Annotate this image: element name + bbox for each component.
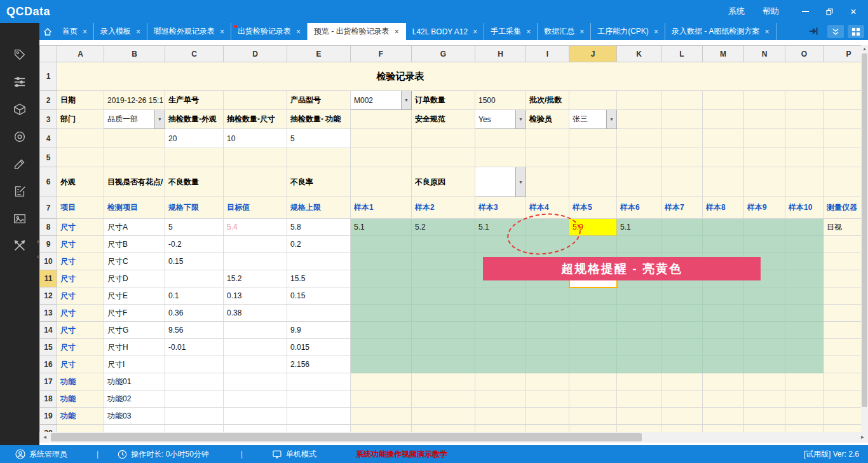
cell-G10[interactable] [412,253,475,270]
row-header-4[interactable]: 4 [40,129,57,148]
cell-N16[interactable] [744,356,785,373]
cell-C14[interactable]: 9.56 [165,322,224,339]
cell-J18[interactable] [569,390,617,408]
cell-I15[interactable] [526,339,569,356]
cell-B5[interactable] [104,148,165,167]
cell-M17[interactable] [703,373,744,390]
cell-N2[interactable] [744,91,785,110]
cell-H3[interactable]: Yes▼ [475,110,526,129]
cell-K8[interactable]: 5.1 [617,219,661,236]
cell-I12[interactable] [526,287,569,305]
cell-J7[interactable]: 样本5 [569,197,617,219]
column-header-I[interactable]: I [526,46,569,62]
cell-L14[interactable] [661,322,703,339]
panel-collapse-arrow-icon[interactable]: ‹ [37,253,39,259]
row-header-9[interactable]: 9 [40,236,57,253]
cell-E16[interactable]: 2.156 [287,356,351,373]
cell-I18[interactable] [526,390,569,408]
tab-10[interactable]: 录入数据 - A图纸检测方案× [665,23,776,40]
cell-A10[interactable]: 尺寸 [57,253,104,270]
cell-C10[interactable]: 0.15 [165,253,224,270]
cell-I2[interactable]: 批次/批数 [526,91,569,110]
tab-7[interactable]: 手工采集× [484,23,538,40]
cell-J14[interactable] [569,322,617,339]
cell-G12[interactable] [412,287,475,305]
cell-J13[interactable] [569,305,617,322]
cell-F17[interactable] [351,373,412,390]
cell-L8[interactable] [661,219,703,236]
row-header-6[interactable]: 6 [40,167,57,197]
form-edit-icon[interactable] [13,184,27,198]
select-all-corner[interactable] [40,46,57,62]
cell-D12[interactable]: 0.13 [224,287,287,305]
cell-H16[interactable] [475,356,526,373]
cell-F3[interactable] [351,110,412,129]
cell-G11[interactable] [412,270,475,287]
cell-C6[interactable]: 不良数量 [165,167,224,197]
cell-J4[interactable] [569,129,617,148]
cell-G13[interactable] [412,305,475,322]
cell-N17[interactable] [744,373,785,390]
cell-N7[interactable]: 样本9 [744,197,785,219]
cell-D10[interactable] [224,253,287,270]
cell-A7[interactable]: 项目 [57,197,104,219]
panel-expand-arrow-icon[interactable]: › [37,238,39,244]
tab-2[interactable]: 录入模板× [94,23,147,40]
cell-L20[interactable] [661,425,703,432]
cell-A18[interactable]: 功能 [57,390,104,408]
cell-O6[interactable] [785,167,824,197]
column-header-G[interactable]: G [412,46,475,62]
cell-B3[interactable]: 品质一部▼ [104,110,165,129]
cell-J20[interactable] [569,425,617,432]
cell-J2[interactable] [569,91,617,110]
cell-M13[interactable] [703,305,744,322]
dropdown-arrow-icon[interactable]: ▼ [154,110,165,128]
cell-G20[interactable] [412,425,475,432]
row-header-14[interactable]: 14 [40,322,57,339]
cell-C19[interactable] [165,408,224,425]
cell-B17[interactable]: 功能01 [104,373,165,390]
cell-K17[interactable] [617,373,661,390]
cell-E7[interactable]: 规格上限 [287,197,351,219]
tab-close-icon[interactable]: × [654,27,658,36]
column-header-A[interactable]: A [57,46,104,62]
cell-K3[interactable] [617,110,661,129]
video-tutorial-link[interactable]: 系统功能操作视频演示教学 [356,449,447,460]
image-icon[interactable] [13,212,27,226]
cell-G18[interactable] [412,390,475,408]
cell-O2[interactable] [785,91,824,110]
cell-D13[interactable]: 0.38 [224,305,287,322]
column-header-E[interactable]: E [287,46,351,62]
tag-icon[interactable] [13,48,27,62]
cell-F7[interactable]: 样本1 [351,197,412,219]
cell-I13[interactable] [526,305,569,322]
cell-M2[interactable] [703,91,744,110]
horizontal-scroll-thumb[interactable] [51,433,642,441]
cell-G9[interactable] [412,236,475,253]
vertical-scrollbar[interactable]: ▲ [861,45,868,432]
dropdown-arrow-icon[interactable]: ▼ [606,110,616,128]
cell-A2[interactable]: 日期 [57,91,104,110]
cell-M15[interactable] [703,339,744,356]
dropdown-arrow-icon[interactable]: ▼ [515,110,526,128]
cell-E20[interactable] [287,425,351,432]
column-header-M[interactable]: M [703,46,744,62]
cell-K13[interactable] [617,305,661,322]
cell-L19[interactable] [661,408,703,425]
cell-I17[interactable] [526,373,569,390]
tab-close-icon[interactable]: × [526,27,531,36]
cell-A11[interactable]: 尺寸 [57,270,104,287]
cell-K18[interactable] [617,390,661,408]
cell-D4[interactable]: 10 [224,129,287,148]
cell-A14[interactable]: 尺寸 [57,322,104,339]
cell-B16[interactable]: 尺寸I [104,356,165,373]
cell-E2[interactable]: 产品型号 [287,91,351,110]
tab-5[interactable]: 预览 - 出货检验记录表× [308,23,406,40]
cell-D16[interactable] [224,356,287,373]
cell-B19[interactable]: 功能03 [104,408,165,425]
row-header-16[interactable]: 16 [40,356,57,373]
cell-C11[interactable] [165,270,224,287]
cell-E17[interactable] [287,373,351,390]
cell-H12[interactable] [475,287,526,305]
cell-K9[interactable] [617,236,661,253]
